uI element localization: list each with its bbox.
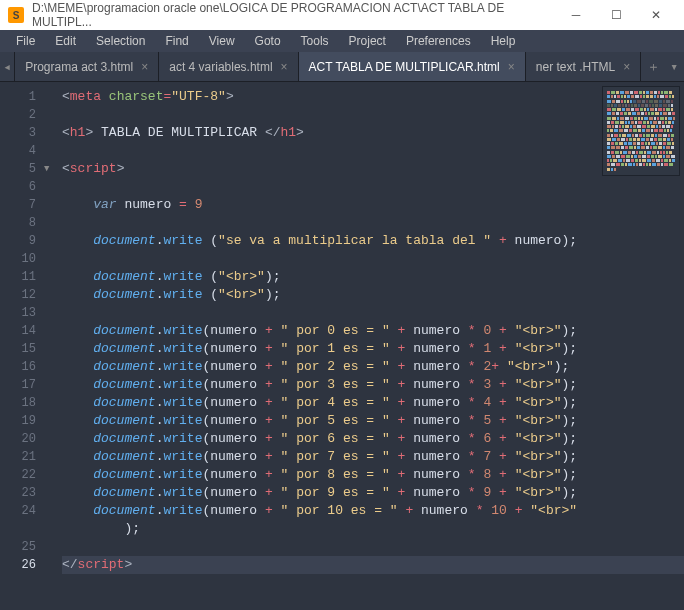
fold-gutter: ▼ (44, 82, 56, 610)
tab-scroll-left-icon[interactable]: ◂ (0, 52, 15, 81)
tab-close-icon[interactable]: × (141, 60, 148, 74)
menu-goto[interactable]: Goto (245, 32, 291, 50)
line-number-gutter: 1234567891011121314151617181920212223242… (0, 82, 44, 610)
file-tab[interactable]: act 4 variables.html× (159, 52, 298, 81)
menu-view[interactable]: View (199, 32, 245, 50)
menu-file[interactable]: File (6, 32, 45, 50)
tab-overflow-icon[interactable]: ▾ (670, 59, 678, 75)
app-icon: S (8, 7, 24, 23)
tab-bar-right: ＋ ▾ (641, 52, 684, 81)
file-tab[interactable]: ner text .HTML× (526, 52, 641, 81)
menu-edit[interactable]: Edit (45, 32, 86, 50)
tab-label: ACT TABLA DE MULTIPLICAR.html (309, 60, 500, 74)
tab-bar: ◂ Programa act 3.html×act 4 variables.ht… (0, 52, 684, 82)
menu-preferences[interactable]: Preferences (396, 32, 481, 50)
minimap[interactable] (602, 86, 680, 176)
file-tab[interactable]: ACT TABLA DE MULTIPLICAR.html× (299, 52, 526, 81)
menu-help[interactable]: Help (481, 32, 526, 50)
menu-selection[interactable]: Selection (86, 32, 155, 50)
fold-icon[interactable]: ▼ (44, 160, 56, 178)
tab-close-icon[interactable]: × (281, 60, 288, 74)
menu-find[interactable]: Find (155, 32, 198, 50)
tab-label: Programa act 3.html (25, 60, 133, 74)
code-content[interactable]: <meta charset="UTF-8"><h1> TABLA DE MULT… (56, 82, 684, 610)
tab-label: act 4 variables.html (169, 60, 272, 74)
tab-close-icon[interactable]: × (508, 60, 515, 74)
editor-area[interactable]: 1234567891011121314151617181920212223242… (0, 82, 684, 610)
menu-bar: File Edit Selection Find View Goto Tools… (0, 30, 684, 52)
close-button[interactable]: ✕ (636, 0, 676, 30)
tab-close-icon[interactable]: × (623, 60, 630, 74)
new-tab-icon[interactable]: ＋ (647, 58, 660, 76)
window-titlebar: S D:\MEME\programacion oracle one\LOGICA… (0, 0, 684, 30)
minimize-button[interactable]: ─ (556, 0, 596, 30)
window-title: D:\MEME\programacion oracle one\LOGICA D… (32, 1, 556, 29)
menu-tools[interactable]: Tools (291, 32, 339, 50)
tab-label: ner text .HTML (536, 60, 615, 74)
maximize-button[interactable]: ☐ (596, 0, 636, 30)
file-tab[interactable]: Programa act 3.html× (15, 52, 159, 81)
menu-project[interactable]: Project (339, 32, 396, 50)
